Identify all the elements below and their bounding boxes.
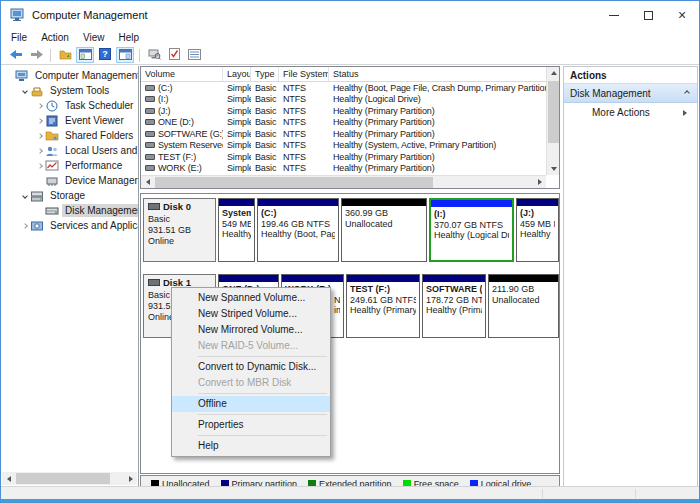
table-cell: Simple — [223, 140, 251, 150]
volume-icon — [145, 142, 155, 148]
computer-icon — [15, 70, 29, 82]
cell-text: NTFS — [283, 94, 306, 104]
close-button[interactable]: × — [665, 1, 699, 29]
tree-item-performance[interactable]: Performance — [1, 158, 138, 173]
chevron-right-icon[interactable] — [20, 221, 30, 231]
unallocated-region[interactable]: 211.90 GBUnallocated — [488, 274, 559, 338]
table-cell: Healthy (Boot, Page File, Crash Dump, Pr… — [329, 83, 548, 93]
disk-label[interactable]: Disk 0Basic931.51 GBOnline — [143, 198, 216, 262]
console-window-button[interactable] — [116, 47, 134, 63]
vertical-scroll-thumb[interactable] — [548, 81, 559, 143]
tree-item-local-users-and-groups[interactable]: Local Users and Groups — [1, 143, 138, 158]
maximize-button[interactable] — [631, 1, 665, 29]
tree-item-disk-management[interactable]: Disk Management — [1, 203, 138, 218]
disk-type: Basic — [148, 214, 211, 225]
scroll-left-button[interactable] — [2, 472, 15, 485]
table-row[interactable]: System ReservedSimpleBasicNTFSHealthy (S… — [141, 140, 559, 152]
details-button[interactable] — [185, 47, 203, 63]
minimize-button[interactable] — [597, 1, 631, 29]
column-header-layout[interactable]: Layout — [223, 67, 251, 81]
table-row[interactable]: SOFTWARE (G:)SimpleBasicNTFSHealthy (Pri… — [141, 128, 559, 140]
column-header-status[interactable]: Status — [329, 67, 548, 81]
volume-list-vertical-scrollbar[interactable] — [546, 67, 559, 175]
scroll-up-button[interactable] — [547, 67, 560, 79]
unallocated-region[interactable]: 360.99 GBUnallocated — [341, 198, 427, 262]
menu-item-offline[interactable]: Offline — [172, 396, 330, 412]
chevron-right-icon[interactable] — [35, 161, 45, 171]
horizontal-scroll-thumb[interactable] — [16, 473, 110, 484]
menu-item-new-mirrored-volume[interactable]: New Mirrored Volume... — [172, 322, 330, 338]
menu-item-new-striped-volume[interactable]: New Striped Volume... — [172, 306, 330, 322]
partition-software-g[interactable]: SOFTWARE (G:)178.72 GB NTFSHealthy (Prim… — [422, 274, 486, 338]
column-header-volume[interactable]: Volume — [141, 67, 223, 81]
disk-name-text: Disk 0 — [163, 201, 191, 212]
table-row[interactable]: (J:)SimpleBasicNTFSHealthy (Primary Part… — [141, 105, 559, 117]
chevron-right-icon[interactable] — [35, 116, 45, 126]
tree-item-device-manager[interactable]: Device Manager — [1, 173, 138, 188]
partition-line2: 370.07 GB NTFS — [434, 220, 509, 231]
scroll-right-button[interactable] — [533, 176, 546, 189]
table-cell: Basic — [251, 117, 279, 127]
computer-search-button[interactable] — [145, 47, 163, 63]
back-button[interactable] — [7, 47, 25, 63]
table-row[interactable]: WORK (E:)SimpleBasicNTFSHealthy (Primary… — [141, 163, 559, 175]
table-row[interactable]: TEST (F:)SimpleBasicNTFSHealthy (Primary… — [141, 151, 559, 163]
table-row[interactable]: (I:)SimpleBasicNTFSHealthy (Logical Driv… — [141, 94, 559, 106]
tree-item-system-tools[interactable]: System Tools — [1, 83, 138, 98]
column-header-type[interactable]: Type — [251, 67, 279, 81]
tree-item-services-and-applications[interactable]: Services and Applications — [1, 218, 138, 233]
partition-test-f[interactable]: TEST (F:)249.61 GB NTFSHealthy (Primary … — [346, 274, 420, 338]
scroll-down-button[interactable] — [547, 163, 560, 175]
more-actions-item[interactable]: More Actions — [564, 103, 697, 122]
menubar-item-help[interactable]: Help — [111, 30, 146, 45]
chevron-down-icon[interactable] — [20, 191, 30, 201]
actions-group-disk-management[interactable]: Disk Management — [564, 84, 697, 103]
menu-item-help[interactable]: Help — [172, 438, 330, 454]
help-button[interactable]: ? — [96, 47, 114, 63]
menu-item-properties[interactable]: Properties — [172, 417, 330, 433]
menubar-item-file[interactable]: File — [4, 30, 34, 45]
tree-item-shared-folders[interactable]: Shared Folders — [1, 128, 138, 143]
forward-icon — [30, 49, 43, 62]
table-cell: (C:) — [141, 83, 223, 93]
table-cell: NTFS — [279, 129, 329, 139]
volume-list-horizontal-scrollbar[interactable] — [141, 175, 546, 188]
tree-item-event-viewer[interactable]: Event Viewer — [1, 113, 138, 128]
tree-item-task-scheduler[interactable]: Task Scheduler — [1, 98, 138, 113]
partition-info: (I:)370.07 GB NTFSHealthy (Logical Drive… — [431, 207, 512, 241]
table-cell: Healthy (Primary Partition) — [329, 106, 548, 116]
partition-info: TEST (F:)249.61 GB NTFSHealthy (Primary … — [347, 282, 419, 316]
console-tree-button[interactable] — [76, 47, 94, 63]
scroll-left-button[interactable] — [141, 176, 154, 189]
tree-item-computer-management-local[interactable]: Computer Management (Local) — [1, 68, 138, 83]
computer-management-window: Computer Management × FileActionViewHelp… — [0, 0, 700, 503]
horizontal-scroll-thumb[interactable] — [155, 177, 433, 188]
menu-item-convert-to-dynamic-disk[interactable]: Convert to Dynamic Disk... — [172, 359, 330, 375]
tree-item-storage[interactable]: Storage — [1, 188, 138, 203]
chevron-right-icon[interactable] — [35, 101, 45, 111]
partition-system[interactable]: System549 MB NTFSHealthy — [218, 198, 255, 262]
task-check-button[interactable] — [165, 47, 183, 63]
cell-text: NTFS — [283, 106, 306, 116]
console-tree-pane: Computer Management (Local)System ToolsT… — [1, 66, 139, 486]
scroll-right-button[interactable] — [124, 472, 137, 485]
partition-c[interactable]: (C:)199.46 GB NTFSHealthy (Boot, Page Fi… — [257, 198, 339, 262]
table-row[interactable]: (C:)SimpleBasicNTFSHealthy (Boot, Page F… — [141, 82, 559, 94]
cell-text: Basic — [255, 163, 276, 173]
partition-i[interactable]: (I:)370.07 GB NTFSHealthy (Logical Drive… — [429, 198, 514, 262]
menubar-item-action[interactable]: Action — [34, 30, 76, 45]
forward-button[interactable] — [27, 47, 45, 63]
column-header-file-system[interactable]: File System — [279, 67, 329, 81]
cell-text: Healthy (Logical Drive) — [333, 94, 421, 104]
chevron-down-icon[interactable] — [20, 86, 30, 96]
table-cell: Simple — [223, 83, 251, 93]
folder-up-button[interactable] — [56, 47, 74, 63]
table-cell: NTFS — [279, 152, 329, 162]
partition-j[interactable]: (J:)459 MB NTFSHealthy — [516, 198, 559, 262]
menubar-item-view[interactable]: View — [76, 30, 112, 45]
menu-item-new-spanned-volume[interactable]: New Spanned Volume... — [172, 290, 330, 306]
chevron-right-icon[interactable] — [35, 146, 45, 156]
tree-horizontal-scrollbar[interactable] — [2, 472, 137, 485]
chevron-right-icon[interactable] — [35, 131, 45, 141]
table-row[interactable]: ONE (D:)SimpleBasicNTFSHealthy (Primary … — [141, 117, 559, 129]
